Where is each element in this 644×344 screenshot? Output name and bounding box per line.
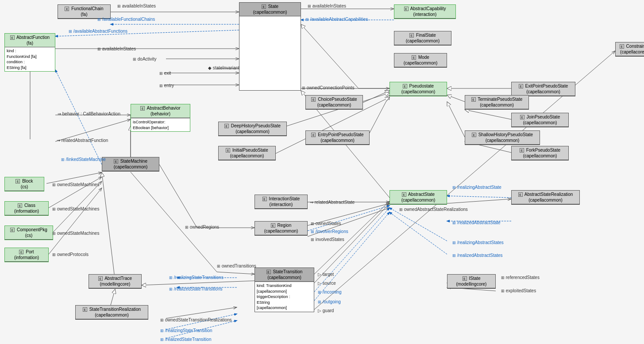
box-block: E Block (cs) [4,177,44,191]
box-statetransitionrealization: E StateTransitionRealization (capellacom… [75,305,148,320]
label-doactivity: ⊞ doActivity [133,57,157,61]
box-deephistorypseudostate-header: E DeepHistoryPseudoState (capellacommon) [219,122,286,136]
class-icon-port: E [19,250,23,254]
box-abstractfunction: E AbstractFunction (fa) kind :FunctionKi… [4,33,55,72]
class-icon-jps: E [520,115,524,119]
label-exploitedstates: ⊞ exploitedStates [501,288,536,293]
class-icon-st: E [266,270,271,274]
class-icon-block: E [15,179,20,183]
label-realizedstatetransition: ⊞ /realizedStateTransition [160,337,211,342]
box-constraint-header: E Constraint (capellacore) [616,42,644,56]
svg-line-23 [367,95,389,137]
class-icon-epps: E [519,84,523,88]
box-abstractstate-header: E AbstractState (capellacommon) [390,191,447,204]
box-region: E Region (capellacommon) [255,221,308,236]
box-state-header: E State (capellacommon) [239,3,301,16]
box-statetransition-header: E StateTransition (capellacommon) [255,268,314,282]
class-icon-cps: E [311,97,316,102]
box-abstractbehavior-header: E AbstractBehavior (behavior) [131,104,190,118]
class-icon-fs: E [409,33,414,38]
box-istate-header: E IState (modellingcore) [447,275,495,288]
box-state: E State (capellacommon) [239,2,301,91]
box-componentpkg-header: E ComponentPkg (cs) [5,226,53,240]
box-abstractfunction-header: E AbstractFunction (fa) [5,34,55,47]
class-icon-af: E [10,35,15,40]
label-stateinvariant: ◆ stateInvariant [208,65,239,70]
label-availablefunctionalchains: ⊞ /availableFunctionalChains [97,17,155,22]
box-abstracttrace-header: E AbstractTrace (modellingcore) [89,275,141,288]
label-ownedregions: ⊞ ownedRegions [185,225,219,229]
label-relatedabstractfunction: ⇒ relatedAbstractFunction [57,138,108,143]
box-terminatepseudostate-header: E TerminatePseudoState (capellacommon) [465,96,528,109]
class-icon-ips: E [226,148,230,153]
label-realizingstatetransition: ⊞ /realizingStateTransition [160,328,212,333]
box-abstracttrace: E AbstractTrace (modellingcore) [89,274,142,289]
class-icon: E [65,7,69,11]
box-entrypointpseudostate: E EntryPointPseudoState (capellacommon) [305,130,370,145]
box-abstractbehavior-body: isControlOperator:EBoolean [behavior] [131,118,190,131]
svg-line-38 [102,172,115,281]
label-exit: ⊞ exit [159,71,171,76]
class-icon-str: E [83,307,87,312]
box-shallowhistorypseudostate-header: E ShallowHistoryPseudoState (capellacomm… [465,131,540,145]
box-abstractcapability: E AbstractCapability (interaction) [394,4,456,19]
svg-line-60 [308,206,389,231]
box-exitpointpseudostate: E ExitPointPseudoState (capellacommon) [511,82,575,96]
svg-line-21 [301,24,359,88]
label-relatedabstractstate: ⇒ relatedAbstractState [310,200,355,205]
label-incoming: ⊞ /incoming [318,290,342,294]
svg-line-53 [447,196,511,198]
box-abstractstaterealization: E AbstractStateRealization (capellacommo… [511,190,580,205]
class-icon-constraint: E [620,44,624,49]
class-icon-fps: E [520,148,524,153]
label-ownedconnectionpoints: ⊞ ownedConnectionPoints [302,85,355,90]
box-statetransition-body: kind: TransitionKind[capellacommon]trigg… [255,282,314,312]
svg-line-36 [131,172,217,272]
box-pseudostate: E Pseudostate (capellacommon) [389,82,447,96]
box-interactionstate-header: E InteractionState (interaction) [255,195,307,209]
class-icon-tps: E [471,97,476,102]
class-icon-asr: E [518,192,523,197]
box-abstractfunction-body: kind :FunctionKind [fa]condition :EStrin… [5,47,55,71]
svg-line-27 [447,95,465,102]
label-ownedstatemachines-cpkg: ⊞ ownedStateMachines [52,231,99,236]
box-port: E Port (information) [4,248,49,262]
svg-line-42 [314,203,389,283]
label-linkedstatemachine: ⊞ /linkedStateMachine [61,157,106,162]
label-realizingabstractstates: ⊞ /realizingAbstractStates [452,240,504,245]
label-outgoing: ⊞ /outgoing [318,299,341,304]
class-icon-ab: E [140,106,145,111]
box-block-header: E Block (cs) [5,177,44,191]
label-target: ▷ target [318,272,334,277]
label-ownedstatetransitionrealizations: ⊞ ownedStateTransitionRealizations [160,317,232,322]
class-icon-dhps: E [224,124,229,128]
class-icon-shps: E [472,133,476,137]
box-joinpseudostate: E JoinPseudoState (capellacommon) [511,113,569,127]
box-statemachine-header: E StateMachine (capellacommon) [102,157,159,171]
box-pseudostate-header: E Pseudostate (capellacommon) [390,82,447,96]
label-guard: ▷ guard [318,308,334,313]
box-statetransitionrealization-header: E StateTransitionRealization (capellacom… [76,306,148,319]
box-abstractstate: E AbstractState (capellacommon) [389,190,447,205]
class-icon-class: E [18,203,22,208]
box-initialpseudostate-header: E InitialPseudoState (capellacommon) [219,146,275,160]
box-class-header: E Class (information) [5,202,48,215]
svg-line-19 [49,188,102,254]
box-mode: E Mode (capellacommon) [394,53,447,68]
box-choicepseudostate: E ChoicePseudoState (capellacommon) [305,95,363,110]
box-finalstate-header: E FinalState (capellacommon) [394,31,451,45]
svg-line-22 [363,91,389,103]
label-involverregions: ⊞ /involverRegions [311,229,348,234]
label-source: ▷ source [318,281,336,286]
box-constraint: E Constraint (capellacore) [615,42,644,57]
class-icon-enpps: E [311,133,316,137]
box-initialpseudostate: E InitialPseudoState (capellacommon) [218,146,276,161]
label-realizedstatetransitions: ⊞ /realizedStateTransitions [169,287,222,291]
box-componentpkg: E ComponentPkg (cs) [4,226,53,240]
label-behavior: ⇒ behavior : CallBehaviorAction [58,111,120,116]
label-ownedprotocols: ⊞ ownedProtocols [52,252,89,257]
label-availableabstractcapabilities: ⊞ /availableAbstractCapabilities [305,17,368,22]
svg-line-17 [49,177,102,208]
box-interactionstate: E InteractionState (interaction) [255,195,308,209]
box-class: E Class (information) [4,201,49,216]
